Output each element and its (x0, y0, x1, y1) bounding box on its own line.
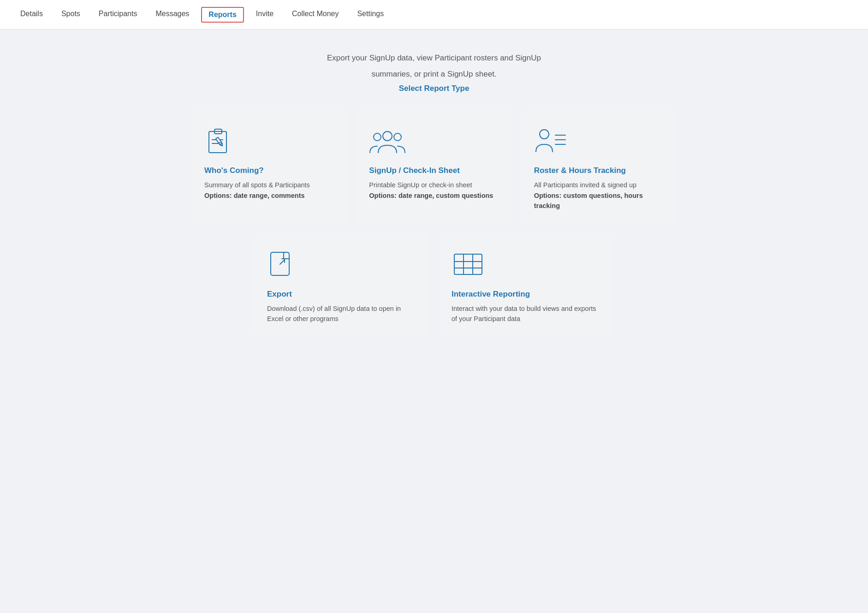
navigation: Details Spots Participants Messages Repo… (0, 0, 868, 30)
cards-row-bottom: Export Download (.csv) of all SignUp dat… (191, 233, 677, 337)
nav-settings[interactable]: Settings (348, 0, 393, 29)
card-interactive-reporting-title: Interactive Reporting (452, 290, 601, 299)
intro-text-line2: summaries, or print a SignUp sheet. (191, 68, 677, 80)
card-export-desc: Download (.csv) of all SignUp data to op… (267, 304, 416, 324)
main-content: Export your SignUp data, view Participan… (180, 30, 688, 365)
select-report-link[interactable]: Select Report Type (191, 84, 677, 93)
card-whos-coming-title: Who's Coming? (204, 166, 334, 175)
card-roster-hours-desc: All Participants invited & signed up Opt… (534, 180, 664, 211)
svg-rect-15 (454, 254, 482, 274)
svg-point-7 (383, 131, 392, 141)
card-whos-coming[interactable]: Who's Coming? Summary of all spots & Par… (191, 110, 347, 224)
card-signup-checkin-desc: Printable SignUp or check-in sheet Optio… (369, 180, 499, 201)
nav-messages[interactable]: Messages (146, 0, 198, 29)
card-interactive-reporting[interactable]: Interactive Reporting Interact with your… (439, 233, 614, 337)
card-roster-hours[interactable]: Roster & Hours Tracking All Participants… (521, 110, 677, 224)
svg-point-9 (394, 133, 401, 141)
group-people-icon (369, 125, 499, 157)
svg-point-10 (540, 130, 549, 139)
card-interactive-reporting-desc: Interact with your data to build views a… (452, 304, 601, 324)
svg-point-8 (374, 133, 381, 141)
nav-participants[interactable]: Participants (89, 0, 147, 29)
card-signup-checkin[interactable]: SignUp / Check-In Sheet Printable SignUp… (356, 110, 511, 224)
export-share-icon (267, 248, 416, 280)
nav-invite[interactable]: Invite (247, 0, 283, 29)
person-lines-icon (534, 125, 664, 157)
card-signup-checkin-title: SignUp / Check-In Sheet (369, 166, 499, 175)
clipboard-edit-icon (204, 125, 334, 157)
nav-reports[interactable]: Reports (201, 7, 244, 23)
card-export[interactable]: Export Download (.csv) of all SignUp dat… (254, 233, 429, 337)
nav-spots[interactable]: Spots (52, 0, 89, 29)
nav-collect-money[interactable]: Collect Money (283, 0, 348, 29)
card-whos-coming-desc: Summary of all spots & Participants Opti… (204, 180, 334, 201)
card-export-title: Export (267, 290, 416, 299)
intro-text-line1: Export your SignUp data, view Participan… (191, 52, 677, 64)
cards-row-top: Who's Coming? Summary of all spots & Par… (191, 110, 677, 224)
nav-details[interactable]: Details (11, 0, 52, 29)
card-roster-hours-title: Roster & Hours Tracking (534, 166, 664, 175)
table-grid-icon (452, 248, 601, 280)
